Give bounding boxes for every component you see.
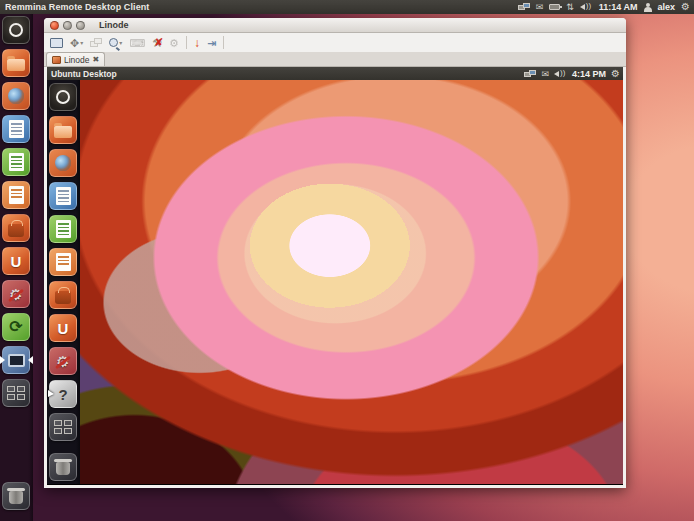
remote-desktop-view[interactable]: Ubuntu Desktop ✉ )) 4:14 PM ⚙ U ⚙	[45, 67, 625, 487]
remmina-titlebar[interactable]: Linode	[44, 18, 626, 33]
connection-tab-linode[interactable]: Linode ✖	[46, 52, 105, 66]
toolbar-separator	[223, 36, 224, 49]
writer-document-icon	[9, 120, 24, 138]
writer-document-icon	[56, 187, 71, 205]
network-monitors-icon[interactable]	[524, 70, 536, 78]
workspace-grid-icon	[7, 386, 25, 400]
remote-screen-icon	[8, 354, 25, 367]
magnifier-icon	[109, 38, 118, 47]
connection-tab-label: Linode	[64, 55, 90, 65]
launcher-item-workspace-switcher[interactable]	[2, 379, 30, 407]
gear-wrench-icon: ⚙	[56, 354, 69, 369]
running-indicator-arrow	[0, 356, 5, 364]
disconnect-button[interactable]: ⇥	[207, 37, 216, 49]
network-traffic-icon[interactable]: ⇅	[566, 2, 574, 12]
ubuntu-one-icon: U	[11, 253, 22, 270]
screenshot-download-button[interactable]: ↓	[194, 37, 200, 49]
remote-launcher-item-system-settings[interactable]: ⚙	[49, 347, 77, 375]
gear-wrench-icon: ⚙	[9, 287, 22, 302]
zoom-quality-button[interactable]: ▾	[109, 37, 122, 49]
launcher-item-dash-home[interactable]	[2, 16, 30, 44]
mail-icon[interactable]: ✉	[536, 2, 544, 12]
red-x-icon: ✘	[154, 36, 163, 48]
remote-wallpaper	[80, 80, 623, 484]
dual-windows-icon	[90, 38, 102, 47]
session-gear-icon[interactable]: ⚙	[681, 2, 690, 12]
launcher-item-firefox[interactable]	[2, 82, 30, 110]
tab-close-icon[interactable]: ✖	[93, 55, 100, 64]
fullscreen-button[interactable]	[50, 38, 63, 48]
ubuntu-logo-icon	[9, 23, 23, 37]
chevron-down-icon: ▾	[119, 37, 122, 49]
remote-launcher-item-firefox[interactable]	[49, 149, 77, 177]
folder-icon	[7, 59, 25, 71]
tools-button[interactable]: ⚒✘	[152, 37, 162, 49]
preferences-gears-button: ⚙	[169, 37, 179, 49]
calc-spreadsheet-icon	[56, 220, 71, 238]
volume-icon[interactable]: ))	[554, 70, 567, 78]
question-mark-icon: ?	[58, 386, 67, 403]
remmina-toolbar: ✥▾ ▾ ⌨ ⚒✘ ⚙ ↓ ⇥	[44, 33, 626, 52]
remote-launcher-item-files[interactable]	[49, 116, 77, 144]
window-title: Linode	[99, 20, 129, 30]
remmina-window: Linode ✥▾ ▾ ⌨ ⚒✘ ⚙ ↓ ⇥ Linode ✖ Ubuntu D…	[44, 18, 626, 488]
launcher-item-libreoffice-impress[interactable]	[2, 181, 30, 209]
host-panel-title: Remmina Remote Desktop Client	[5, 2, 149, 12]
window-close-button[interactable]	[50, 21, 59, 30]
launcher-item-libreoffice-writer[interactable]	[2, 115, 30, 143]
window-minimize-button[interactable]	[63, 21, 72, 30]
remote-clock[interactable]: 4:14 PM	[572, 69, 606, 79]
monitor-icon	[50, 38, 63, 48]
remote-launcher-item-trash[interactable]	[49, 453, 77, 481]
remote-launcher-item-software-center[interactable]	[49, 281, 77, 309]
ubuntu-one-icon: U	[58, 320, 69, 337]
mouse-cursor	[48, 390, 54, 397]
launcher-item-trash[interactable]	[2, 482, 30, 510]
folder-icon	[54, 126, 72, 138]
focused-indicator-arrow	[28, 356, 33, 364]
toolbar-separator	[186, 36, 187, 49]
host-clock[interactable]: 11:14 AM	[599, 2, 638, 12]
remote-launcher-item-libreoffice-impress[interactable]	[49, 248, 77, 276]
network-monitors-icon[interactable]	[518, 3, 530, 11]
remote-top-panel: Ubuntu Desktop ✉ )) 4:14 PM ⚙	[47, 67, 623, 80]
launcher-item-libreoffice-calc[interactable]	[2, 148, 30, 176]
remote-launcher-item-dash-home[interactable]	[49, 83, 77, 111]
host-username[interactable]: alex	[658, 2, 676, 12]
swirl-icon: ⟳	[9, 319, 22, 335]
battery-icon[interactable]	[549, 4, 560, 10]
impress-presentation-icon	[9, 186, 24, 204]
remote-launcher-item-libreoffice-writer[interactable]	[49, 182, 77, 210]
workspace-grid-icon	[54, 420, 72, 434]
calc-spreadsheet-icon	[9, 153, 24, 171]
host-top-panel: Remmina Remote Desktop Client ✉ ⇅ )) 11:…	[0, 0, 694, 14]
launcher-item-system-settings[interactable]: ⚙	[2, 280, 30, 308]
remote-panel-title: Ubuntu Desktop	[51, 69, 117, 79]
launcher-item-remmina[interactable]	[2, 346, 30, 374]
remote-tray: ✉ )) 4:14 PM ⚙	[524, 69, 623, 79]
remote-launcher-item-workspace-switcher[interactable]	[49, 413, 77, 441]
launcher-item-green-app[interactable]: ⟳	[2, 313, 30, 341]
chevron-down-icon: ▾	[80, 37, 83, 49]
connection-tab-icon	[52, 56, 61, 64]
session-gear-icon[interactable]: ⚙	[611, 69, 620, 79]
launcher-item-files[interactable]	[2, 49, 30, 77]
remmina-tabbar: Linode ✖	[44, 52, 626, 67]
launcher-item-software-center[interactable]	[2, 214, 30, 242]
user-icon	[644, 3, 652, 12]
scale-viewport-button[interactable]: ✥▾	[70, 37, 83, 49]
keyboard-grab-button: ⌨	[129, 37, 145, 49]
remote-launcher-item-libreoffice-calc[interactable]	[49, 215, 77, 243]
remote-launcher: U ⚙ ?	[47, 80, 80, 484]
volume-icon[interactable]: ))	[580, 3, 593, 11]
ubuntu-logo-icon	[56, 90, 70, 104]
remote-launcher-item-ubuntu-one[interactable]: U	[49, 314, 77, 342]
impress-presentation-icon	[56, 253, 71, 271]
window-maximize-button[interactable]	[76, 21, 85, 30]
launcher-item-ubuntu-one[interactable]: U	[2, 247, 30, 275]
firefox-globe-icon	[8, 88, 24, 104]
host-launcher: U ⚙ ⟳	[0, 14, 33, 521]
firefox-globe-icon	[55, 155, 71, 171]
trash-can-icon	[9, 491, 23, 504]
mail-icon[interactable]: ✉	[541, 69, 549, 79]
